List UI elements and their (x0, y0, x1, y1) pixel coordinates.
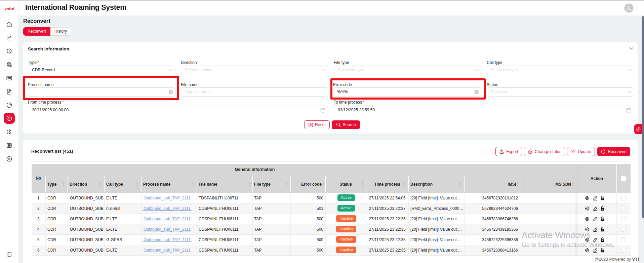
svg-text:$: $ (8, 157, 10, 161)
